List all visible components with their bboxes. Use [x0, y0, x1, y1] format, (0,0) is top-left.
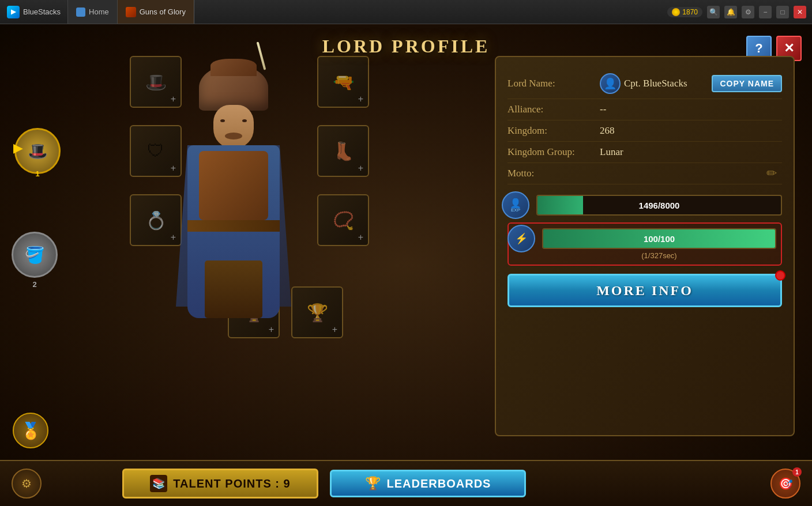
equip-slot-necklace[interactable]: 📿	[317, 194, 369, 246]
toolbar-maximize-btn[interactable]: □	[776, 6, 789, 18]
toolbar-settings-btn[interactable]: ⚙	[742, 6, 754, 18]
toolbar-bell-btn[interactable]: 🔔	[724, 6, 737, 18]
kingdom-group-label: Kingdom Group:	[507, 146, 600, 158]
kingdom-row: Kingdom: 268	[507, 120, 782, 142]
exp-bar-fill	[537, 196, 583, 214]
coin-icon	[672, 8, 680, 16]
bluestacks-logo[interactable]: ▶ BlueStacks	[0, 0, 67, 24]
guns-icon: 🔫	[326, 65, 360, 99]
bluestacks-icon: ▶	[7, 6, 20, 18]
title-bar: ▶ BlueStacks Home Guns of Glory 1870 🔍 🔔…	[0, 0, 812, 24]
exp-icon: 👤 EXP	[502, 191, 529, 219]
more-info-notification-dot	[775, 270, 785, 281]
more-info-button[interactable]: MORE INFO	[507, 274, 782, 307]
stamina-icon: ⚡	[507, 225, 535, 252]
copy-name-button[interactable]: COPY NAME	[712, 75, 782, 92]
lord-profile-title: LORD PROFILE	[322, 36, 490, 57]
title-bar-right: 1870 🔍 🔔 ⚙ − □ ✕	[667, 6, 812, 18]
toolbar-minimize-btn[interactable]: −	[759, 6, 772, 18]
avatar-arrow: ▶	[13, 141, 23, 156]
leaderboards-label: LEADERBOARDS	[387, 477, 491, 490]
more-info-wrapper: MORE INFO	[507, 274, 782, 307]
game-tab-icon	[126, 7, 136, 17]
avatar-silver[interactable]: 🪣	[12, 232, 58, 278]
game-tab-label: Guns of Glory	[140, 7, 186, 16]
home-tab-label: Home	[89, 7, 109, 16]
title-bar-left: ▶ BlueStacks Home Guns of Glory	[0, 0, 194, 24]
motto-edit-icon[interactable]: ✏	[761, 163, 782, 184]
lord-name-row: Lord Name: 👤 Cpt. BlueStacks COPY NAME	[507, 69, 782, 99]
exp-section: 👤 EXP 1496/8000 ⚡ 100/100	[507, 195, 782, 307]
stamina-row: ⚡ 100/100	[513, 228, 776, 249]
motto-label: Motto:	[507, 168, 600, 179]
bottom-right-notification-badge: 1	[792, 467, 802, 477]
leaderboards-button[interactable]: 🏆 LEADERBOARDS	[330, 470, 526, 497]
coin-badge: 1870	[667, 7, 702, 17]
lord-avatar-icon: 👤	[600, 73, 621, 94]
alliance-label: Alliance:	[507, 104, 600, 115]
exp-bar-container: 1496/8000	[536, 195, 782, 216]
stamina-section: ⚡ 100/100 (1/327sec)	[507, 222, 782, 266]
avatar-level-1: 1	[14, 169, 61, 178]
kingdom-label: Kingdom:	[507, 125, 600, 137]
toolbar-search-btn[interactable]: 🔍	[707, 6, 720, 18]
stamina-timer: (1/327sec)	[542, 251, 776, 260]
bottom-right-icon-button[interactable]: 🎯 1	[770, 469, 800, 499]
bottom-left-gear-button[interactable]: ⚙	[12, 469, 42, 499]
medal-area[interactable]: 🏅	[13, 413, 48, 448]
necklace-icon: 📿	[326, 203, 360, 237]
leaderboards-trophy-icon: 🏆	[365, 476, 381, 491]
character-figure	[167, 59, 300, 393]
equip-slot-boots[interactable]: 👢	[317, 125, 369, 177]
lord-name-value: Cpt. BlueStacks	[624, 78, 706, 89]
trophy2-icon: 🏆	[300, 295, 334, 330]
motto-row: Motto: ✏	[507, 163, 782, 184]
home-tab-icon	[76, 7, 85, 17]
bluestacks-text: BlueStacks	[23, 7, 61, 16]
game-area: LORD PROFILE ? ✕ 🎩 1 ▶ 🪣 2 🏅 🎩 🔫	[0, 24, 812, 506]
kingdom-group-value: Lunar	[600, 146, 623, 158]
stamina-bar-text: 100/100	[644, 234, 675, 244]
lord-info-panel: Lord Name: 👤 Cpt. BlueStacks COPY NAME A…	[495, 56, 795, 436]
tab-game[interactable]: Guns of Glory	[118, 0, 194, 24]
talent-points-button[interactable]: 📚 TALENT POINTS : 9	[122, 469, 318, 499]
stamina-bar-container: 100/100	[542, 228, 776, 249]
kingdom-group-row: Kingdom Group: Lunar	[507, 142, 782, 163]
tab-home[interactable]: Home	[67, 0, 118, 24]
equip-slot-guns[interactable]: 🔫	[317, 56, 369, 108]
talent-book-icon: 📚	[150, 475, 167, 492]
lord-name-label: Lord Name:	[507, 78, 600, 89]
exp-bar-text: 1496/8000	[639, 201, 680, 210]
boots-icon: 👢	[326, 134, 360, 168]
coin-amount: 1870	[682, 8, 698, 16]
exp-row: 👤 EXP 1496/8000	[507, 195, 782, 216]
alliance-row: Alliance: --	[507, 99, 782, 120]
kingdom-value: 268	[600, 125, 615, 137]
avatar-level-2: 2	[12, 280, 58, 289]
bottom-bar: ⚙ 📚 TALENT POINTS : 9 🏆 LEADERBOARDS 🎯 1	[0, 460, 812, 506]
talent-points-label: TALENT POINTS : 9	[173, 477, 290, 490]
toolbar-close-btn[interactable]: ✕	[794, 6, 806, 18]
alliance-value: --	[600, 104, 606, 115]
